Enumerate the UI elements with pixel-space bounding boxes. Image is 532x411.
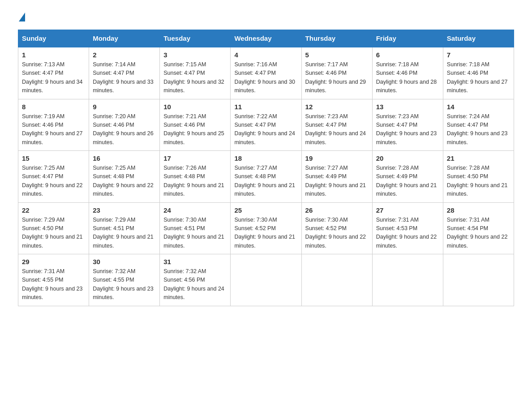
day-info: Sunrise: 7:14 AMSunset: 4:47 PMDaylight:… xyxy=(93,60,156,95)
day-number: 13 xyxy=(376,103,439,111)
calendar-cell: 24Sunrise: 7:30 AMSunset: 4:51 PMDayligh… xyxy=(160,202,231,254)
calendar-cell: 13Sunrise: 7:23 AMSunset: 4:47 PMDayligh… xyxy=(372,99,443,151)
logo xyxy=(18,13,26,21)
day-number: 1 xyxy=(22,51,85,59)
calendar-cell: 20Sunrise: 7:28 AMSunset: 4:49 PMDayligh… xyxy=(372,151,443,203)
calendar-cell: 7Sunrise: 7:18 AMSunset: 4:46 PMDaylight… xyxy=(443,47,514,99)
day-number: 21 xyxy=(447,154,510,162)
calendar-cell: 28Sunrise: 7:31 AMSunset: 4:54 PMDayligh… xyxy=(443,202,514,254)
day-info: Sunrise: 7:30 AMSunset: 4:51 PMDaylight:… xyxy=(163,216,227,251)
calendar-cell: 22Sunrise: 7:29 AMSunset: 4:50 PMDayligh… xyxy=(18,202,89,254)
column-header-saturday: Saturday xyxy=(443,30,514,47)
calendar-cell: 11Sunrise: 7:22 AMSunset: 4:47 PMDayligh… xyxy=(231,99,301,151)
day-info: Sunrise: 7:27 AMSunset: 4:49 PMDaylight:… xyxy=(305,164,369,199)
calendar-cell: 3Sunrise: 7:15 AMSunset: 4:47 PMDaylight… xyxy=(160,47,231,99)
day-number: 18 xyxy=(234,154,297,162)
day-number: 12 xyxy=(305,103,369,111)
day-number: 4 xyxy=(234,51,297,59)
day-info: Sunrise: 7:31 AMSunset: 4:55 PMDaylight:… xyxy=(22,267,85,302)
calendar-week-row: 1Sunrise: 7:13 AMSunset: 4:47 PMDaylight… xyxy=(18,47,514,99)
day-info: Sunrise: 7:21 AMSunset: 4:46 PMDaylight:… xyxy=(163,112,227,147)
day-number: 20 xyxy=(376,154,439,162)
calendar-cell xyxy=(443,254,514,306)
calendar-week-row: 8Sunrise: 7:19 AMSunset: 4:46 PMDaylight… xyxy=(18,99,514,151)
day-number: 30 xyxy=(93,258,156,265)
calendar-cell: 30Sunrise: 7:32 AMSunset: 4:55 PMDayligh… xyxy=(89,254,160,306)
calendar-cell: 2Sunrise: 7:14 AMSunset: 4:47 PMDaylight… xyxy=(89,47,160,99)
day-info: Sunrise: 7:32 AMSunset: 4:55 PMDaylight:… xyxy=(93,267,156,302)
day-info: Sunrise: 7:25 AMSunset: 4:47 PMDaylight:… xyxy=(22,164,85,199)
day-info: Sunrise: 7:22 AMSunset: 4:47 PMDaylight:… xyxy=(234,112,297,147)
day-info: Sunrise: 7:29 AMSunset: 4:51 PMDaylight:… xyxy=(93,216,156,251)
day-info: Sunrise: 7:16 AMSunset: 4:47 PMDaylight:… xyxy=(234,60,297,95)
calendar-cell: 1Sunrise: 7:13 AMSunset: 4:47 PMDaylight… xyxy=(18,47,89,99)
calendar-cell: 16Sunrise: 7:25 AMSunset: 4:48 PMDayligh… xyxy=(89,151,160,203)
day-number: 19 xyxy=(305,154,369,162)
day-info: Sunrise: 7:24 AMSunset: 4:47 PMDaylight:… xyxy=(447,112,510,147)
day-number: 6 xyxy=(376,51,439,59)
day-number: 25 xyxy=(234,206,297,214)
day-info: Sunrise: 7:23 AMSunset: 4:47 PMDaylight:… xyxy=(376,112,439,147)
column-header-thursday: Thursday xyxy=(301,30,372,47)
day-number: 23 xyxy=(93,206,156,214)
day-number: 9 xyxy=(93,103,156,111)
calendar-cell: 5Sunrise: 7:17 AMSunset: 4:46 PMDaylight… xyxy=(301,47,372,99)
column-header-friday: Friday xyxy=(372,30,443,47)
calendar-cell: 23Sunrise: 7:29 AMSunset: 4:51 PMDayligh… xyxy=(89,202,160,254)
day-info: Sunrise: 7:17 AMSunset: 4:46 PMDaylight:… xyxy=(305,60,369,95)
day-number: 7 xyxy=(447,51,510,59)
day-number: 2 xyxy=(93,51,156,59)
day-number: 17 xyxy=(163,154,227,162)
day-number: 28 xyxy=(447,206,510,214)
day-info: Sunrise: 7:26 AMSunset: 4:48 PMDaylight:… xyxy=(163,164,227,199)
day-number: 26 xyxy=(305,206,369,214)
calendar-cell xyxy=(231,254,301,306)
calendar-cell: 25Sunrise: 7:30 AMSunset: 4:52 PMDayligh… xyxy=(231,202,301,254)
day-number: 5 xyxy=(305,51,369,59)
day-info: Sunrise: 7:15 AMSunset: 4:47 PMDaylight:… xyxy=(163,60,227,95)
column-header-wednesday: Wednesday xyxy=(231,30,301,47)
calendar-cell xyxy=(301,254,372,306)
day-number: 15 xyxy=(22,154,85,162)
day-info: Sunrise: 7:18 AMSunset: 4:46 PMDaylight:… xyxy=(376,60,439,95)
day-info: Sunrise: 7:18 AMSunset: 4:46 PMDaylight:… xyxy=(447,60,510,95)
day-number: 16 xyxy=(93,154,156,162)
calendar-cell: 10Sunrise: 7:21 AMSunset: 4:46 PMDayligh… xyxy=(160,99,231,151)
day-number: 31 xyxy=(163,258,227,265)
calendar-cell: 8Sunrise: 7:19 AMSunset: 4:46 PMDaylight… xyxy=(18,99,89,151)
day-number: 10 xyxy=(163,103,227,111)
calendar-header-row: SundayMondayTuesdayWednesdayThursdayFrid… xyxy=(18,30,514,47)
day-info: Sunrise: 7:28 AMSunset: 4:50 PMDaylight:… xyxy=(447,164,510,199)
day-info: Sunrise: 7:13 AMSunset: 4:47 PMDaylight:… xyxy=(22,60,85,95)
day-info: Sunrise: 7:20 AMSunset: 4:46 PMDaylight:… xyxy=(93,112,156,147)
day-info: Sunrise: 7:23 AMSunset: 4:47 PMDaylight:… xyxy=(305,112,369,147)
day-info: Sunrise: 7:32 AMSunset: 4:56 PMDaylight:… xyxy=(163,267,227,302)
day-number: 22 xyxy=(22,206,85,214)
day-number: 3 xyxy=(163,51,227,59)
logo-triangle-icon xyxy=(19,13,25,21)
calendar-cell: 14Sunrise: 7:24 AMSunset: 4:47 PMDayligh… xyxy=(443,99,514,151)
calendar-table: SundayMondayTuesdayWednesdayThursdayFrid… xyxy=(18,30,514,306)
day-info: Sunrise: 7:25 AMSunset: 4:48 PMDaylight:… xyxy=(93,164,156,199)
day-number: 8 xyxy=(22,103,85,111)
calendar-week-row: 29Sunrise: 7:31 AMSunset: 4:55 PMDayligh… xyxy=(18,254,514,306)
calendar-week-row: 22Sunrise: 7:29 AMSunset: 4:50 PMDayligh… xyxy=(18,202,514,254)
calendar-cell: 31Sunrise: 7:32 AMSunset: 4:56 PMDayligh… xyxy=(160,254,231,306)
day-info: Sunrise: 7:30 AMSunset: 4:52 PMDaylight:… xyxy=(234,216,297,251)
calendar-cell xyxy=(372,254,443,306)
calendar-cell: 6Sunrise: 7:18 AMSunset: 4:46 PMDaylight… xyxy=(372,47,443,99)
day-number: 29 xyxy=(22,258,85,265)
calendar-cell: 9Sunrise: 7:20 AMSunset: 4:46 PMDaylight… xyxy=(89,99,160,151)
day-number: 14 xyxy=(447,103,510,111)
column-header-sunday: Sunday xyxy=(18,30,89,47)
day-info: Sunrise: 7:31 AMSunset: 4:54 PMDaylight:… xyxy=(447,216,510,251)
calendar-cell: 21Sunrise: 7:28 AMSunset: 4:50 PMDayligh… xyxy=(443,151,514,203)
calendar-week-row: 15Sunrise: 7:25 AMSunset: 4:47 PMDayligh… xyxy=(18,151,514,203)
calendar-cell: 19Sunrise: 7:27 AMSunset: 4:49 PMDayligh… xyxy=(301,151,372,203)
day-info: Sunrise: 7:31 AMSunset: 4:53 PMDaylight:… xyxy=(376,216,439,251)
day-number: 27 xyxy=(376,206,439,214)
day-info: Sunrise: 7:29 AMSunset: 4:50 PMDaylight:… xyxy=(22,216,85,251)
column-header-monday: Monday xyxy=(89,30,160,47)
calendar-cell: 27Sunrise: 7:31 AMSunset: 4:53 PMDayligh… xyxy=(372,202,443,254)
calendar-cell: 4Sunrise: 7:16 AMSunset: 4:47 PMDaylight… xyxy=(231,47,301,99)
